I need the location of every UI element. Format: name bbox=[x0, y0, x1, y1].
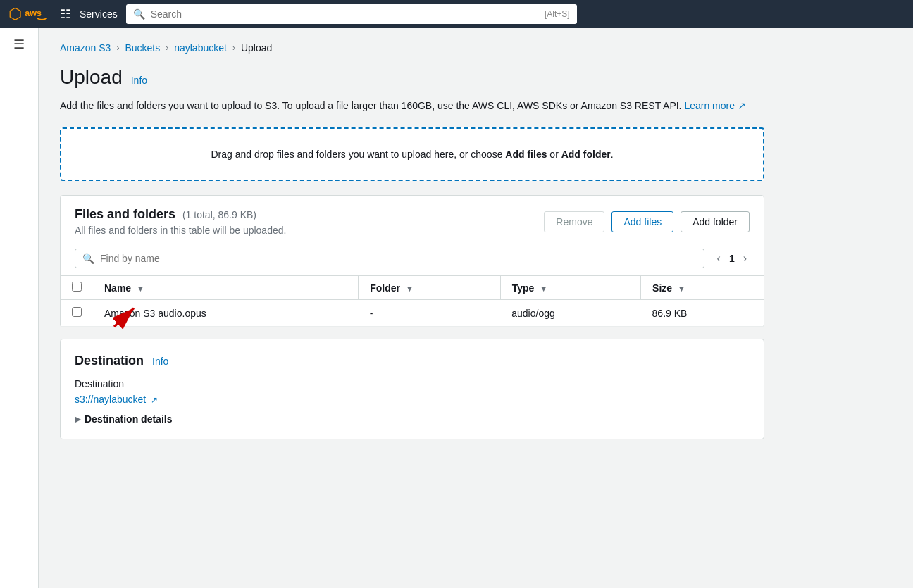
destination-info-link[interactable]: Info bbox=[152, 356, 168, 367]
drop-zone-text: Drag and drop files and folders you want… bbox=[211, 149, 505, 160]
file-folder: - bbox=[370, 308, 373, 319]
files-table: Name ▼ Folder ▼ Type ▼ bbox=[61, 275, 764, 327]
card-header: Files and folders (1 total, 86.9 KB) All… bbox=[61, 196, 764, 242]
table-search-box: 🔍 bbox=[75, 249, 704, 268]
hamburger-icon[interactable]: ☰ bbox=[13, 37, 25, 52]
breadcrumb-sep-2: › bbox=[166, 43, 168, 53]
th-size: Size ▼ bbox=[641, 276, 764, 300]
file-name: Amazon S3 audio.opus bbox=[104, 308, 206, 319]
page-number: 1 bbox=[729, 253, 735, 264]
search-shortcut: [Alt+S] bbox=[545, 9, 570, 19]
card-title-area: Files and folders (1 total, 86.9 KB) All… bbox=[75, 207, 286, 236]
td-size: 86.9 KB bbox=[641, 300, 764, 327]
page-layout: ☰ Amazon S3 › Buckets › naylabucket › Up… bbox=[0, 28, 913, 588]
main-content: Amazon S3 › Buckets › naylabucket › Uplo… bbox=[39, 28, 913, 588]
files-card: Files and folders (1 total, 86.9 KB) All… bbox=[60, 195, 764, 327]
select-all-checkbox[interactable] bbox=[72, 282, 82, 292]
destination-title: Destination bbox=[75, 354, 144, 368]
th-type: Type ▼ bbox=[500, 276, 640, 300]
table-header-row: Name ▼ Folder ▼ Type ▼ bbox=[61, 276, 764, 300]
col-type-label: Type bbox=[512, 282, 535, 294]
col-folder-label: Folder bbox=[370, 282, 400, 294]
prev-page-button[interactable]: ‹ bbox=[714, 251, 723, 266]
next-page-button[interactable]: › bbox=[740, 251, 750, 266]
breadcrumb-sep-1: › bbox=[116, 43, 119, 53]
nav-search-input[interactable] bbox=[151, 8, 539, 20]
card-count: (1 total, 86.9 KB) bbox=[182, 209, 256, 220]
table-wrapper: Name ▼ Folder ▼ Type ▼ bbox=[61, 275, 764, 327]
description-text: Add the files and folders you want to up… bbox=[60, 100, 682, 111]
learn-more-link[interactable]: Learn more ↗ bbox=[684, 100, 745, 111]
page-title: Upload bbox=[60, 66, 123, 89]
card-helper: All files and folders in this table will… bbox=[75, 225, 286, 236]
svg-text:aws: aws bbox=[25, 8, 42, 18]
drop-zone-end: . bbox=[611, 149, 614, 160]
row-checkbox[interactable] bbox=[72, 307, 82, 317]
drop-zone[interactable]: Drag and drop files and folders you want… bbox=[60, 127, 764, 181]
top-nav: ⬡ aws ☷ Services 🔍 [Alt+S] bbox=[0, 0, 913, 28]
th-folder: Folder ▼ bbox=[359, 276, 501, 300]
aws-logo[interactable]: ⬡ aws bbox=[8, 5, 51, 23]
sort-size-icon[interactable]: ▼ bbox=[678, 284, 685, 293]
td-type: audio/ogg bbox=[500, 300, 640, 327]
pagination: ‹ 1 › bbox=[714, 251, 750, 266]
breadcrumb-sep-3: › bbox=[232, 43, 235, 53]
grid-icon[interactable]: ☷ bbox=[60, 6, 71, 22]
destination-card: Destination Info Destination s3://naylab… bbox=[60, 339, 764, 439]
add-files-button[interactable]: Add files bbox=[611, 211, 673, 232]
col-name-label: Name bbox=[104, 282, 131, 294]
destination-details-label: Destination details bbox=[85, 413, 172, 425]
table-search-row: 🔍 ‹ 1 › bbox=[61, 242, 764, 275]
td-name: Amazon S3 audio.opus bbox=[93, 300, 359, 327]
card-title: Files and folders bbox=[75, 207, 175, 221]
file-size: 86.9 KB bbox=[652, 308, 688, 319]
breadcrumb-s3[interactable]: Amazon S3 bbox=[60, 42, 111, 54]
add-folder-text: Add folder bbox=[561, 149, 611, 160]
breadcrumb-bucket-name[interactable]: naylabucket bbox=[174, 42, 227, 54]
destination-link-text: s3://naylabucket bbox=[75, 394, 146, 405]
breadcrumb-buckets[interactable]: Buckets bbox=[125, 42, 160, 54]
th-name: Name ▼ bbox=[93, 276, 359, 300]
destination-header: Destination Info bbox=[75, 354, 750, 368]
remove-button[interactable]: Remove bbox=[544, 211, 604, 232]
card-actions: Remove Add files Add folder bbox=[544, 211, 750, 232]
external-link-icon: ↗ bbox=[151, 395, 158, 405]
sidebar: ☰ bbox=[0, 28, 39, 588]
aws-logo-icon: ⬡ bbox=[8, 5, 22, 23]
or-text: or bbox=[547, 149, 561, 160]
sort-type-icon[interactable]: ▼ bbox=[540, 284, 547, 293]
sort-name-icon[interactable]: ▼ bbox=[137, 284, 144, 293]
col-size-label: Size bbox=[652, 282, 672, 294]
destination-link[interactable]: s3://naylabucket ↗ bbox=[75, 394, 158, 405]
services-label[interactable]: Services bbox=[80, 8, 118, 20]
destination-label: Destination bbox=[75, 378, 750, 389]
page-description: Add the files and folders you want to up… bbox=[60, 99, 764, 113]
table-row: Amazon S3 audio.opus - audio/ogg 86.9 KB bbox=[61, 300, 764, 327]
breadcrumb: Amazon S3 › Buckets › naylabucket › Uplo… bbox=[60, 42, 892, 54]
table-search-input[interactable] bbox=[100, 253, 697, 264]
add-files-text: Add files bbox=[505, 149, 547, 160]
nav-search-icon: 🔍 bbox=[133, 8, 145, 20]
sort-folder-icon[interactable]: ▼ bbox=[406, 284, 414, 293]
file-type: audio/ogg bbox=[511, 308, 555, 319]
td-folder: - bbox=[359, 300, 501, 327]
learn-more-text: Learn more bbox=[684, 100, 735, 111]
page-header: Upload Info bbox=[60, 66, 892, 89]
th-checkbox bbox=[61, 276, 93, 300]
table-search-icon: 🔍 bbox=[82, 253, 94, 264]
search-bar: 🔍 [Alt+S] bbox=[126, 4, 577, 24]
destination-details-row[interactable]: ▶ Destination details bbox=[75, 413, 750, 425]
page-info-link[interactable]: Info bbox=[131, 75, 147, 86]
td-checkbox bbox=[61, 300, 93, 327]
aws-wordmark: aws bbox=[25, 6, 51, 22]
breadcrumb-current: Upload bbox=[241, 42, 272, 54]
add-folder-button[interactable]: Add folder bbox=[681, 211, 750, 232]
chevron-icon: ▶ bbox=[75, 415, 80, 424]
